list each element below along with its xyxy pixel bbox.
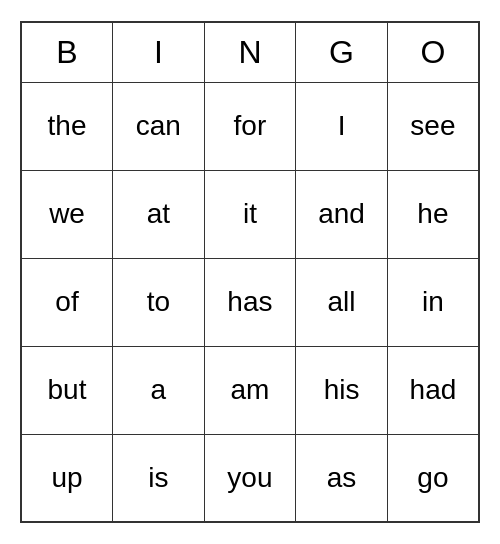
list-item[interactable]: to [113, 258, 205, 346]
list-item[interactable]: up [21, 434, 113, 522]
list-item[interactable]: am [204, 346, 296, 434]
list-item[interactable]: as [296, 434, 388, 522]
list-item[interactable]: all [296, 258, 388, 346]
table-row[interactable]: oftohasallin [21, 258, 479, 346]
list-item[interactable]: at [113, 170, 205, 258]
list-item[interactable]: see [387, 82, 479, 170]
header-n: N [204, 22, 296, 82]
list-item[interactable]: we [21, 170, 113, 258]
table-row[interactable]: butaamhishad [21, 346, 479, 434]
list-item[interactable]: in [387, 258, 479, 346]
table-row[interactable]: weatitandhe [21, 170, 479, 258]
list-item[interactable]: his [296, 346, 388, 434]
list-item[interactable]: go [387, 434, 479, 522]
header-g: G [296, 22, 388, 82]
list-item[interactable]: had [387, 346, 479, 434]
list-item[interactable]: can [113, 82, 205, 170]
list-item[interactable]: and [296, 170, 388, 258]
list-item[interactable]: it [204, 170, 296, 258]
list-item[interactable]: for [204, 82, 296, 170]
list-item[interactable]: you [204, 434, 296, 522]
list-item[interactable]: of [21, 258, 113, 346]
header-b: B [21, 22, 113, 82]
list-item[interactable]: but [21, 346, 113, 434]
list-item[interactable]: is [113, 434, 205, 522]
header-o: O [387, 22, 479, 82]
list-item[interactable]: a [113, 346, 205, 434]
list-item[interactable]: I [296, 82, 388, 170]
table-row[interactable]: upisyouasgo [21, 434, 479, 522]
bingo-card: B I N G O thecanforIseeweatitandheoftoha… [20, 21, 480, 523]
header-i: I [113, 22, 205, 82]
table-row[interactable]: thecanforIsee [21, 82, 479, 170]
header-row: B I N G O [21, 22, 479, 82]
list-item[interactable]: the [21, 82, 113, 170]
list-item[interactable]: he [387, 170, 479, 258]
list-item[interactable]: has [204, 258, 296, 346]
